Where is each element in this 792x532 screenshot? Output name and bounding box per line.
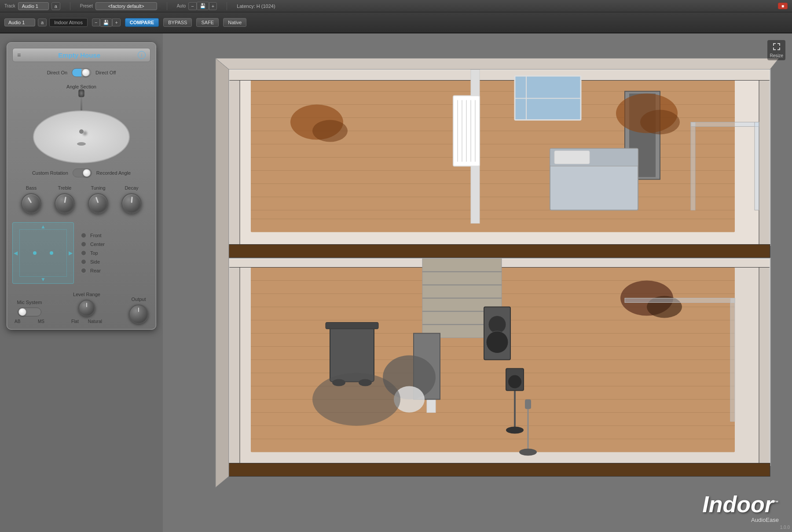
flat-natural-labels: Flat Natural (71, 319, 102, 324)
stereo-dot-left (33, 251, 37, 255)
ab-ms-labels: AB MS (15, 319, 44, 324)
stereo-output-row: ◀ ▶ ▲ ▼ Front Center (12, 222, 150, 284)
resize-label: Resize (770, 53, 783, 58)
preset-section: Preset <factory default> (80, 2, 157, 10)
hamburger-icon[interactable]: ≡ (17, 51, 21, 59)
decay-knob[interactable] (121, 193, 142, 213)
custom-rotation-label: Custom Rotation (32, 170, 68, 176)
bass-knob[interactable] (21, 193, 41, 213)
toolbar: Audio 1 a Indoor Atmos − 💾 + COMPARE BYP… (0, 12, 792, 33)
stereo-arrow-left-icon: ◀ (14, 250, 18, 256)
channel-rear[interactable]: Rear (81, 268, 150, 274)
mic-on-ellipse (79, 129, 84, 134)
svg-point-76 (506, 427, 524, 434)
level-range-group: Level Range Flat Natural (71, 292, 102, 324)
minus-button[interactable]: − (188, 2, 196, 10)
channel-front-label: Front (90, 233, 102, 238)
mic-system-label: Mic System (17, 300, 42, 305)
svg-rect-56 (759, 259, 770, 466)
panel-header: ≡ Empty House i (12, 48, 150, 62)
brand-logo: Indoor™ AudioEase (702, 493, 779, 523)
svg-point-78 (508, 375, 521, 389)
native-button[interactable]: Native (223, 18, 246, 27)
channel-center-label: Center (90, 242, 105, 247)
ab-label: AB (15, 319, 20, 324)
brand-indoor-text: Indoor™ (702, 493, 779, 516)
channel-top-label: Top (90, 250, 98, 256)
channel-side-indicator (81, 259, 87, 265)
channel-top[interactable]: Top (81, 250, 150, 256)
output-knob[interactable] (129, 305, 148, 324)
bypass-button[interactable]: BYPASS (163, 18, 192, 27)
separator-3 (227, 2, 227, 10)
track-section: Track Audio 1 a (4, 2, 60, 10)
channel-center[interactable]: Center (81, 241, 150, 247)
plugin-name: Indoor Atmos (49, 18, 88, 27)
upper-floor (229, 70, 770, 246)
svg-point-30 (312, 120, 348, 142)
track-name-toolbar: Audio 1 (4, 18, 35, 26)
mic-toggle-thumb (18, 308, 26, 316)
direct-toggle[interactable] (72, 68, 91, 77)
bass-label: Bass (26, 185, 37, 191)
version-label: 1.0.0 (780, 525, 790, 530)
mic-system-toggle[interactable] (18, 308, 41, 316)
svg-rect-80 (326, 323, 378, 329)
track-a-button[interactable]: a (51, 2, 60, 10)
angle-ellipse (33, 110, 130, 163)
level-range-label: Level Range (73, 292, 100, 297)
svg-rect-15 (759, 70, 770, 246)
channel-side[interactable]: Side (81, 259, 150, 265)
resize-button[interactable]: Resize (767, 40, 785, 60)
channel-front[interactable]: Front (81, 232, 150, 238)
svg-rect-74 (730, 298, 735, 422)
auto-section: Auto − 💾 + (177, 2, 217, 10)
channel-rear-label: Rear (90, 268, 101, 273)
decay-label: Decay (125, 185, 138, 191)
rotation-toggle[interactable] (73, 169, 92, 177)
track-label: Track (4, 4, 15, 8)
house-background (163, 33, 792, 532)
safe-button[interactable]: SAFE (196, 18, 219, 27)
prev-preset-button[interactable]: − (92, 18, 100, 26)
svg-rect-55 (229, 259, 240, 466)
compare-button[interactable]: COMPARE (125, 18, 159, 27)
preset-name[interactable]: <factory default> (95, 2, 157, 10)
auto-label: Auto (177, 4, 186, 8)
level-range-knob[interactable] (78, 300, 95, 316)
latency-section: Latency: H (1024) (237, 4, 275, 9)
track-a-toolbar[interactable]: a (38, 18, 47, 26)
bottom-controls: Mic System AB MS Level Range Flat N (12, 292, 150, 324)
angle-circle[interactable] (33, 93, 130, 163)
plugin-name-group: Audio 1 a Indoor Atmos (4, 18, 88, 27)
stereo-dot-right (50, 251, 53, 255)
output-group: Output (129, 297, 148, 324)
channel-front-indicator (81, 232, 87, 238)
resize-icon (772, 42, 781, 51)
tuning-knob-group: Tuning (88, 185, 108, 213)
plus-button[interactable]: + (209, 2, 217, 10)
treble-knob[interactable] (55, 193, 75, 213)
house-view: Resize Indoor™ AudioEase 1.0.0 (163, 33, 792, 532)
svg-rect-20 (515, 98, 581, 99)
direct-toggle-row: Direct On Direct Off (12, 68, 150, 77)
save-button[interactable]: 💾 (197, 2, 209, 10)
svg-point-69 (488, 316, 506, 334)
main-content: ≡ Empty House i Direct On Direct Off Ang… (0, 33, 792, 532)
close-button[interactable]: ■ (778, 3, 788, 9)
panel-title: Empty House (21, 51, 138, 59)
svg-point-83 (312, 373, 400, 426)
preset-label: Preset (80, 4, 93, 8)
channel-list: Front Center Top Side (81, 232, 150, 274)
save-preset-button[interactable]: 💾 (100, 18, 112, 27)
tuning-knob[interactable] (88, 193, 108, 213)
svg-marker-88 (216, 59, 229, 488)
next-preset-button[interactable]: + (112, 18, 120, 26)
svg-rect-86 (525, 400, 531, 409)
svg-rect-35 (554, 151, 590, 164)
rotation-row: Custom Rotation Recorded Angle (12, 169, 150, 177)
info-icon[interactable]: i (138, 51, 146, 59)
stereo-image-box[interactable]: ◀ ▶ ▲ ▼ (12, 222, 74, 284)
direct-off-label: Direct Off (95, 70, 116, 75)
rotation-thumb (83, 169, 91, 177)
